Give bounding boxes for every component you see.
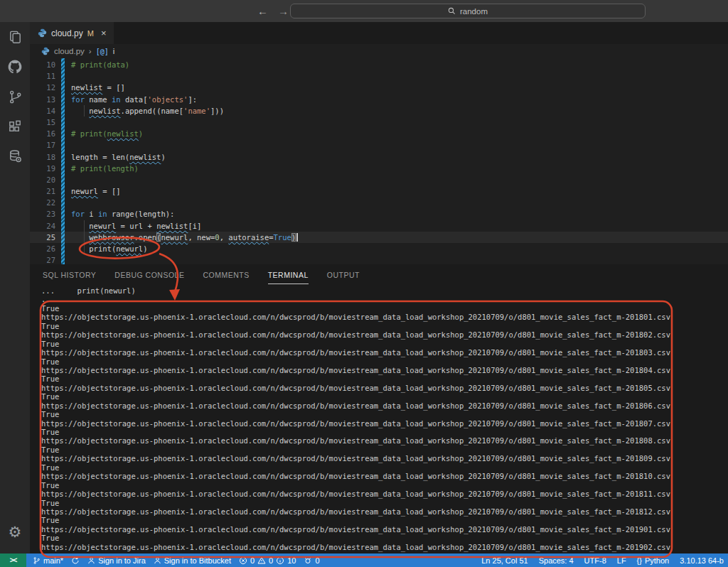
code-line-26[interactable]: 26 print(newurl) (30, 243, 728, 254)
extensions-icon[interactable] (0, 112, 30, 141)
code-line-10[interactable]: 10# print(data) (30, 59, 728, 70)
branch-name: main* (43, 556, 63, 565)
panel-tab-comments[interactable]: COMMENTS (203, 267, 249, 284)
line-number: 19 (30, 163, 55, 174)
code-line-18[interactable]: 18length = len(newlist) (30, 151, 728, 163)
tab-cloud-py[interactable]: cloud.py M × (30, 22, 114, 44)
terminal-line: https://objectstorage.us-phoenix-1.oracl… (41, 543, 728, 551)
vscode-window: ← → random (0, 0, 728, 567)
breadcrumb-symbol[interactable]: i (113, 47, 115, 55)
bug-item[interactable]: 0 (304, 556, 319, 565)
search-value: random (460, 7, 488, 16)
bitbucket-signin[interactable]: Sign in to Bitbucket (154, 556, 231, 565)
code-line-21[interactable]: 21newurl = [] (30, 185, 728, 197)
panel-tab-debug-console[interactable]: DEBUG CONSOLE (114, 267, 184, 284)
bug-icon (304, 556, 312, 565)
settings-gear-icon[interactable]: ⚙ (0, 517, 30, 546)
terminal-line: True (41, 534, 728, 542)
language-label: Python (645, 556, 669, 565)
tab-modified-badge: M (87, 29, 94, 38)
terminal-line: True (41, 304, 728, 313)
code-line-22[interactable]: 22 (30, 197, 728, 208)
problems-item[interactable]: 0 0 10 (239, 556, 296, 565)
code-line-23[interactable]: 23for i in range(length): (30, 208, 728, 220)
nav-back-icon[interactable]: ← (257, 5, 268, 17)
panel-tab-sql-history[interactable]: SQL HISTORY (43, 267, 96, 284)
code-text: for i in range(length): (71, 208, 174, 220)
terminal-panel[interactable]: ... print(newurl) ... Truehttps://object… (30, 284, 728, 554)
terminal-line: https://objectstorage.us-phoenix-1.oracl… (41, 454, 728, 463)
panel-tab-output[interactable]: OUTPUT (327, 267, 360, 284)
line-number: 14 (30, 105, 55, 117)
code-editor[interactable]: 10# print(data)1112newlist = []13for nam… (30, 58, 728, 264)
code-line-25[interactable]: 25 webbrowser.open(newurl, new=0, autora… (30, 232, 728, 243)
breadcrumb-file[interactable]: cloud.py (54, 47, 85, 55)
indent-guide (84, 105, 85, 117)
code-line-24[interactable]: 24 newurl = url + newlist[i] (30, 220, 728, 232)
terminal-line: True (41, 516, 728, 524)
code-text: # print(length) (71, 163, 139, 174)
eol-sequence[interactable]: LF (617, 556, 626, 565)
line-number: 26 (30, 243, 55, 254)
code-text: newlist = [] (71, 82, 125, 93)
text-cursor (296, 233, 298, 242)
git-branch-item[interactable]: main* (33, 556, 63, 565)
code-line-14[interactable]: 14 newlist.append((name['name'])) (30, 105, 728, 117)
terminal-line: True (41, 463, 728, 472)
code-line-19[interactable]: 19# print(length) (30, 163, 728, 174)
encoding[interactable]: UTF-8 (584, 556, 606, 565)
code-text: # print(data) (71, 59, 129, 70)
error-icon (239, 556, 247, 565)
line-number: 22 (30, 197, 55, 208)
code-line-13[interactable]: 13for name in data['objects']: (30, 94, 728, 105)
command-center-search[interactable]: random (290, 4, 646, 18)
title-bar: ← → random (0, 0, 728, 22)
code-text: webbrowser.open(newurl, new=0, autoraise… (71, 232, 298, 243)
line-number: 17 (30, 139, 55, 151)
bitbucket-signin-label: Sign in to Bitbucket (164, 556, 231, 565)
code-line-15[interactable]: 15 (30, 117, 728, 128)
python-interpreter[interactable]: 3.10.13 64-b (680, 556, 724, 565)
sync-item[interactable] (71, 556, 80, 565)
line-number: 25 (30, 232, 55, 243)
cursor-position[interactable]: Ln 25, Col 51 (481, 556, 528, 565)
warning-icon (257, 556, 266, 565)
code-line-11[interactable]: 11 (30, 70, 728, 82)
terminal-line: True (41, 428, 728, 436)
language-mode[interactable]: {} Python (637, 556, 670, 565)
panel-tab-terminal[interactable]: TERMINAL (268, 267, 309, 284)
breadcrumb[interactable]: cloud.py › [@] i (30, 44, 728, 58)
terminal-line: https://objectstorage.us-phoenix-1.oracl… (41, 419, 728, 428)
code-line-17[interactable]: 17 (30, 139, 728, 151)
person-icon (154, 556, 161, 565)
github-icon[interactable] (0, 52, 30, 82)
code-text: # print(newlist) (71, 128, 143, 139)
search-icon (448, 7, 456, 15)
terminal-line: https://objectstorage.us-phoenix-1.oracl… (41, 330, 728, 339)
code-text: for name in data['objects']: (71, 94, 197, 105)
code-text: newurl = url + newlist[i] (71, 220, 201, 232)
nav-forward-icon[interactable]: → (278, 5, 289, 17)
terminal-echo-line: ... (41, 295, 728, 303)
remote-indicator[interactable]: >< (0, 554, 26, 567)
tab-label: cloud.py (51, 28, 83, 38)
indentation[interactable]: Spaces: 4 (539, 556, 574, 565)
code-line-12[interactable]: 12newlist = [] (30, 82, 728, 93)
error-count: 0 (250, 556, 255, 565)
terminal-line: True (41, 410, 728, 418)
explorer-icon[interactable] (0, 22, 30, 52)
code-line-20[interactable]: 20 (30, 174, 728, 185)
terminal-line: True (41, 499, 728, 507)
code-line-16[interactable]: 16# print(newlist) (30, 128, 728, 139)
editor-tab-strip: cloud.py M × (30, 22, 728, 44)
panel-tab-bar: SQL HISTORYDEBUG CONSOLECOMMENTSTERMINAL… (30, 264, 728, 284)
info-count: 10 (287, 556, 296, 565)
code-lines: 10# print(data)1112newlist = []13for nam… (30, 59, 728, 266)
tab-close-icon[interactable]: × (101, 28, 107, 38)
code-text: print(newurl) (71, 243, 147, 254)
database-icon[interactable] (0, 141, 30, 171)
jira-signin[interactable]: Sign in to Jira (87, 556, 146, 565)
source-control-icon[interactable] (0, 82, 30, 112)
indent-guide (84, 243, 85, 254)
info-icon (276, 556, 284, 565)
